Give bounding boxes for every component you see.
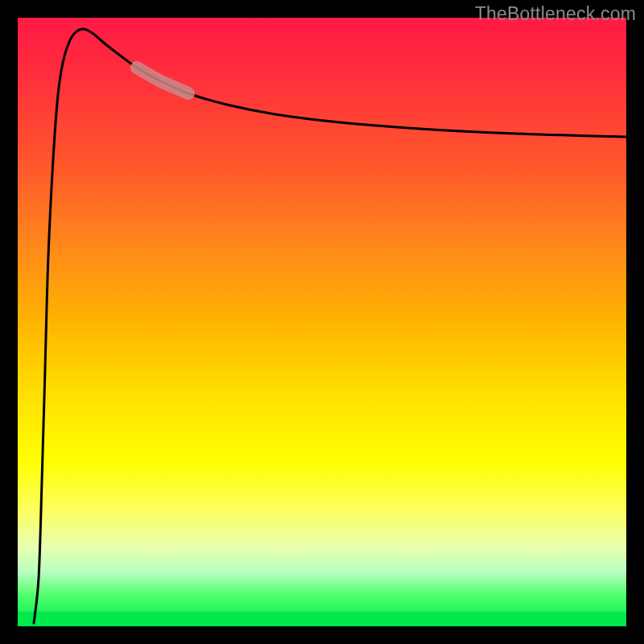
bottleneck-curve-svg xyxy=(18,18,626,626)
chart-container: TheBottleneck.com xyxy=(0,0,644,644)
bottleneck-curve-highlight xyxy=(137,68,188,93)
bottleneck-curve-path xyxy=(34,29,626,623)
watermark-text: TheBottleneck.com xyxy=(475,3,636,25)
